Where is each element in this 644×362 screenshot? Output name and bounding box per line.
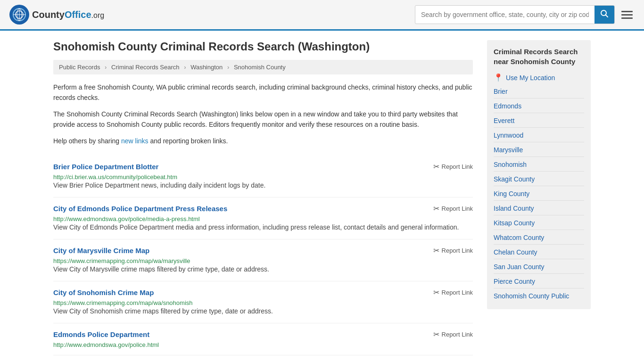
search-input[interactable]: [415, 7, 594, 22]
report-link-icon-2: ✂: [433, 246, 439, 255]
record-desc-2: View City of Marysville crime maps filte…: [53, 264, 473, 274]
record-desc-0: View Brier Police Department news, inclu…: [53, 181, 473, 190]
report-link-icon-4: ✂: [433, 330, 439, 339]
record-url-0[interactable]: http://ci.brier.wa.us/community/policebe…: [53, 173, 177, 181]
sidebar-links-list: BrierEdmondsEverettLynnwoodMarysvilleSno…: [494, 88, 584, 303]
record-title-4[interactable]: Edmonds Police Department: [53, 330, 149, 338]
description-1: Perform a free Snohomish County, WA publ…: [53, 82, 473, 103]
logo-icon: [9, 5, 29, 25]
site-header: CountyOffice.org: [0, 0, 644, 31]
new-links-link[interactable]: new links: [121, 137, 149, 145]
sidebar-list-item: Island County: [494, 205, 584, 215]
sidebar-link-2[interactable]: Everett: [494, 117, 584, 128]
breadcrumb-public-records[interactable]: Public Records: [59, 64, 100, 71]
report-link-button-4[interactable]: ✂ Report Link: [433, 330, 473, 339]
record-desc-3: View City of Snohomish crime maps filter…: [53, 306, 473, 316]
sidebar-link-3[interactable]: Lynnwood: [494, 132, 584, 142]
location-pin-icon: 📍: [494, 73, 503, 82]
content-area: Snohomish County Criminal Records Search…: [53, 40, 473, 355]
record-url-4[interactable]: http://www.edmondswa.gov/police.html: [53, 341, 159, 348]
help-text-suffix: and reporting broken links.: [149, 137, 228, 145]
record-header: Brier Police Department Blotter ✂ Report…: [53, 162, 473, 171]
record-item: City of Edmonds Police Department Press …: [53, 197, 473, 239]
sidebar-list-item: Snohomish County Public: [494, 292, 584, 303]
record-item: City of Snohomish Crime Map ✂ Report Lin…: [53, 281, 473, 323]
sidebar-location: 📍 Use My Location: [494, 73, 584, 82]
sidebar-link-1[interactable]: Edmonds: [494, 102, 584, 113]
header-controls: [415, 5, 635, 24]
sidebar-link-4[interactable]: Marysville: [494, 146, 584, 157]
sidebar-list-item: King County: [494, 190, 584, 201]
report-link-label-2: Report Link: [442, 247, 473, 254]
sidebar-link-7[interactable]: King County: [494, 190, 584, 201]
sidebar-list-item: Whatcom County: [494, 234, 584, 245]
logo-area: CountyOffice.org: [9, 5, 104, 25]
report-link-button-1[interactable]: ✂ Report Link: [433, 204, 473, 213]
breadcrumb-sep-2: ›: [184, 64, 186, 71]
report-link-icon-1: ✂: [433, 204, 439, 213]
sidebar-box: Criminal Records Search near Snohomish C…: [487, 40, 591, 309]
record-url-2[interactable]: https://www.crimemapping.com/map/wa/mary…: [53, 257, 190, 264]
sidebar-link-12[interactable]: San Juan County: [494, 263, 584, 274]
sidebar-list-item: Edmonds: [494, 102, 584, 113]
report-link-button-0[interactable]: ✂ Report Link: [433, 162, 473, 171]
record-title-2[interactable]: City of Marysville Crime Map: [53, 247, 149, 255]
record-item: Edmonds Police Department ✂ Report Link …: [53, 323, 473, 355]
report-link-label-3: Report Link: [442, 289, 473, 296]
report-link-icon-0: ✂: [433, 162, 439, 171]
record-item: Brier Police Department Blotter ✂ Report…: [53, 156, 473, 197]
record-header: Edmonds Police Department ✂ Report Link: [53, 330, 473, 339]
sidebar-link-11[interactable]: Chelan County: [494, 248, 584, 259]
record-desc-1: View City of Edmonds Police Department m…: [53, 222, 473, 232]
records-list: Brier Police Department Blotter ✂ Report…: [53, 156, 473, 355]
breadcrumb-snohomish-county[interactable]: Snohomish County: [234, 64, 286, 71]
report-link-label-1: Report Link: [442, 205, 473, 212]
breadcrumb-washington[interactable]: Washington: [190, 64, 223, 71]
search-button[interactable]: [594, 6, 614, 24]
record-url-3[interactable]: https://www.crimemapping.com/map/wa/snoh…: [53, 299, 193, 306]
sidebar-list-item: Chelan County: [494, 248, 584, 259]
sidebar-link-8[interactable]: Island County: [494, 205, 584, 215]
sidebar-link-13[interactable]: Pierce County: [494, 278, 584, 288]
sidebar-link-14[interactable]: Snohomish County Public: [494, 292, 584, 303]
sidebar: Criminal Records Search near Snohomish C…: [487, 40, 591, 355]
record-header: City of Marysville Crime Map ✂ Report Li…: [53, 246, 473, 255]
breadcrumb: Public Records › Criminal Records Search…: [53, 60, 473, 74]
help-text-prefix: Help others by sharing: [53, 137, 121, 145]
record-title-1[interactable]: City of Edmonds Police Department Press …: [53, 205, 227, 213]
record-url-1[interactable]: http://www.edmondswa.gov/police/media-a-…: [53, 215, 200, 222]
sidebar-list-item: Marysville: [494, 146, 584, 157]
sidebar-list-item: Lynnwood: [494, 132, 584, 142]
breadcrumb-sep-1: ›: [105, 64, 107, 71]
sidebar-link-10[interactable]: Whatcom County: [494, 234, 584, 245]
search-bar: [415, 5, 615, 24]
record-header: City of Edmonds Police Department Press …: [53, 204, 473, 213]
report-link-icon-3: ✂: [433, 288, 439, 297]
record-title-3[interactable]: City of Snohomish Crime Map: [53, 288, 154, 296]
breadcrumb-sep-3: ›: [227, 64, 229, 71]
sidebar-list-item: Skagit County: [494, 175, 584, 186]
menu-button[interactable]: [619, 9, 635, 21]
sidebar-list-item: Kitsap County: [494, 219, 584, 230]
help-text: Help others by sharing new links and rep…: [53, 136, 473, 146]
report-link-button-2[interactable]: ✂ Report Link: [433, 246, 473, 255]
sidebar-list-item: Everett: [494, 117, 584, 128]
report-link-button-3[interactable]: ✂ Report Link: [433, 288, 473, 297]
breadcrumb-criminal-records[interactable]: Criminal Records Search: [111, 64, 180, 71]
record-title-0[interactable]: Brier Police Department Blotter: [53, 163, 158, 171]
sidebar-link-5[interactable]: Snohomish: [494, 161, 584, 172]
sidebar-link-0[interactable]: Brier: [494, 88, 584, 99]
main-container: Snohomish County Criminal Records Search…: [39, 31, 605, 362]
sidebar-list-item: Snohomish: [494, 161, 584, 172]
sidebar-link-9[interactable]: Kitsap County: [494, 219, 584, 230]
description-2: The Snohomish County Criminal Records Se…: [53, 109, 473, 130]
report-link-label-0: Report Link: [442, 163, 473, 170]
report-link-label-4: Report Link: [442, 331, 473, 338]
sidebar-title: Criminal Records Search near Snohomish C…: [494, 47, 584, 66]
record-item: City of Marysville Crime Map ✂ Report Li…: [53, 239, 473, 281]
sidebar-list-item: Pierce County: [494, 278, 584, 288]
sidebar-link-6[interactable]: Skagit County: [494, 175, 584, 186]
svg-line-6: [606, 15, 608, 17]
record-header: City of Snohomish Crime Map ✂ Report Lin…: [53, 288, 473, 297]
use-my-location-link[interactable]: Use My Location: [506, 74, 555, 82]
